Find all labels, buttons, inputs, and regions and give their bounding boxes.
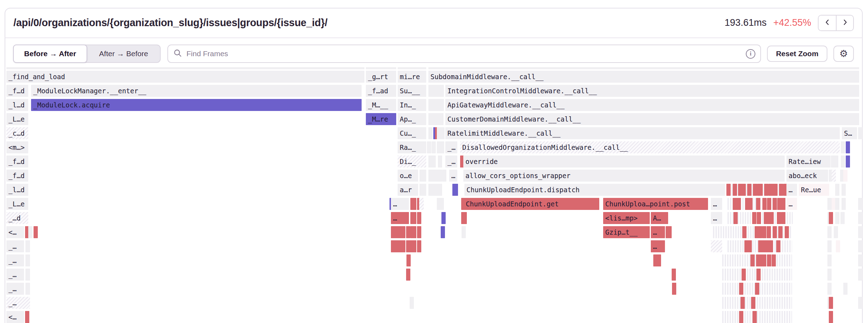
flame-frame[interactable]: Di…_: [398, 155, 426, 168]
flame-frame[interactable]: [438, 184, 442, 196]
flame-frame[interactable]: …: [651, 226, 665, 238]
flame-frame[interactable]: mi…re: [398, 71, 426, 83]
flame-frame[interactable]: [772, 184, 778, 196]
flame-frame[interactable]: a…r: [398, 184, 418, 196]
flame-frame[interactable]: [440, 198, 444, 210]
flame-frame[interactable]: <…: [6, 226, 24, 238]
flame-frame[interactable]: …: [391, 198, 409, 210]
flame-frame[interactable]: [842, 184, 846, 196]
flame-frame[interactable]: [667, 226, 672, 238]
flame-frame[interactable]: ChunkUploadEndpoint.get: [464, 198, 599, 210]
flame-frame[interactable]: [842, 198, 846, 210]
flame-frame[interactable]: [672, 283, 676, 295]
flame-frame[interactable]: [34, 226, 38, 238]
next-sample-button[interactable]: [836, 16, 853, 30]
flame-frame[interactable]: _…: [6, 240, 24, 252]
flame-frame[interactable]: Gzip…t__: [603, 226, 650, 238]
flame-frame[interactable]: [762, 198, 767, 210]
flame-frame[interactable]: [843, 170, 848, 182]
find-frames-search[interactable]: i: [167, 45, 761, 63]
flame-frame[interactable]: Re…ue: [799, 184, 829, 196]
flame-frame[interactable]: RatelimitMiddleware.__call__: [445, 127, 840, 139]
flame-frame[interactable]: allow_cors_options_wrapper: [463, 170, 785, 182]
toggle-before-after[interactable]: Before → After: [13, 45, 87, 63]
flame-frame[interactable]: [827, 283, 832, 295]
flame-frame[interactable]: [757, 212, 761, 224]
flame-frame[interactable]: [741, 297, 745, 309]
flame-frame[interactable]: [841, 155, 845, 168]
flame-frame[interactable]: [420, 184, 426, 196]
flame-frame[interactable]: _g…rt: [366, 71, 396, 83]
flame-frame[interactable]: [406, 269, 410, 281]
flame-frame[interactable]: <lis…mp>: [603, 212, 650, 224]
flame-frame[interactable]: [827, 269, 832, 281]
flame-frame[interactable]: [406, 254, 411, 266]
flame-frame[interactable]: [25, 269, 30, 281]
flame-frame[interactable]: [25, 283, 30, 295]
flame-frame[interactable]: [432, 155, 436, 168]
flame-frame[interactable]: [737, 198, 741, 210]
flame-frame[interactable]: [750, 254, 755, 266]
flame-frame[interactable]: [785, 226, 789, 238]
flame-frame[interactable]: _l…d: [6, 184, 28, 196]
flame-frame[interactable]: [829, 311, 833, 323]
flame-frame[interactable]: _l…d: [6, 99, 28, 111]
flame-frame[interactable]: [410, 226, 416, 238]
flame-frame[interactable]: _…: [6, 297, 30, 309]
flame-frame[interactable]: [742, 269, 746, 281]
flame-frame[interactable]: [829, 212, 833, 224]
info-icon[interactable]: i: [746, 49, 755, 59]
flame-frame[interactable]: [672, 269, 676, 281]
flame-frame[interactable]: [846, 141, 850, 153]
flame-frame[interactable]: _ModuleLock.acquire: [31, 99, 362, 111]
flame-frame[interactable]: SubdomainMiddleware.__call__: [428, 71, 859, 83]
flame-frame[interactable]: [843, 283, 848, 295]
flame-frame[interactable]: [398, 67, 426, 69]
flame-frame[interactable]: CustomerDomainMiddleware.__call__: [445, 113, 859, 125]
flame-frame[interactable]: [417, 212, 421, 224]
flame-frame[interactable]: [858, 269, 862, 281]
flame-frame[interactable]: [829, 297, 833, 309]
flame-frame[interactable]: ChunkUploa…point.post: [603, 198, 708, 210]
flame-frame[interactable]: _find_and_load: [6, 71, 364, 83]
flame-frame[interactable]: [410, 212, 416, 224]
flame-frame[interactable]: _L…e: [6, 198, 28, 210]
flame-frame[interactable]: [391, 240, 405, 252]
flame-frame[interactable]: [767, 198, 771, 210]
flame-frame[interactable]: _f…d: [6, 155, 28, 168]
flame-frame[interactable]: [748, 240, 752, 252]
flame-frame[interactable]: [739, 311, 743, 323]
flame-frame[interactable]: ApiGatewayMiddleware.__call__: [445, 99, 859, 111]
flame-frame[interactable]: [776, 240, 780, 252]
flame-frame[interactable]: [827, 240, 832, 252]
flame-frame[interactable]: Ap…_: [398, 113, 426, 125]
flame-frame[interactable]: [25, 254, 30, 266]
flame-frame[interactable]: [711, 240, 722, 252]
flame-frame[interactable]: Rate…iew: [786, 155, 831, 168]
flame-frame[interactable]: [767, 226, 771, 238]
flame-frame[interactable]: …: [711, 212, 722, 224]
flame-frame[interactable]: [755, 283, 759, 295]
flame-frame[interactable]: [441, 226, 445, 238]
flame-frame[interactable]: [738, 184, 746, 196]
flame-frame[interactable]: [427, 141, 431, 153]
flame-frame[interactable]: _f…d: [6, 170, 28, 182]
flame-frame[interactable]: [722, 311, 792, 323]
flame-frame[interactable]: DisallowedOrganizationMiddleware.__call_…: [460, 141, 840, 153]
flame-frame[interactable]: [747, 184, 751, 196]
flame-frame[interactable]: <m…>: [6, 141, 28, 153]
flame-frame[interactable]: Cu…_: [398, 127, 426, 139]
flame-frame[interactable]: [841, 141, 845, 153]
flame-frame[interactable]: …: [449, 170, 457, 182]
flame-frame[interactable]: [428, 127, 433, 139]
flame-frame[interactable]: [834, 155, 838, 168]
flame-frame[interactable]: [767, 254, 771, 266]
flame-frame[interactable]: [835, 212, 839, 224]
flame-frame[interactable]: [772, 254, 776, 266]
search-input[interactable]: [186, 49, 746, 58]
flame-frame[interactable]: [428, 67, 859, 69]
flame-frame[interactable]: _M…re: [366, 113, 396, 125]
flame-frame[interactable]: [410, 297, 414, 309]
flame-frame[interactable]: [435, 99, 444, 111]
flame-frame[interactable]: [769, 240, 773, 252]
